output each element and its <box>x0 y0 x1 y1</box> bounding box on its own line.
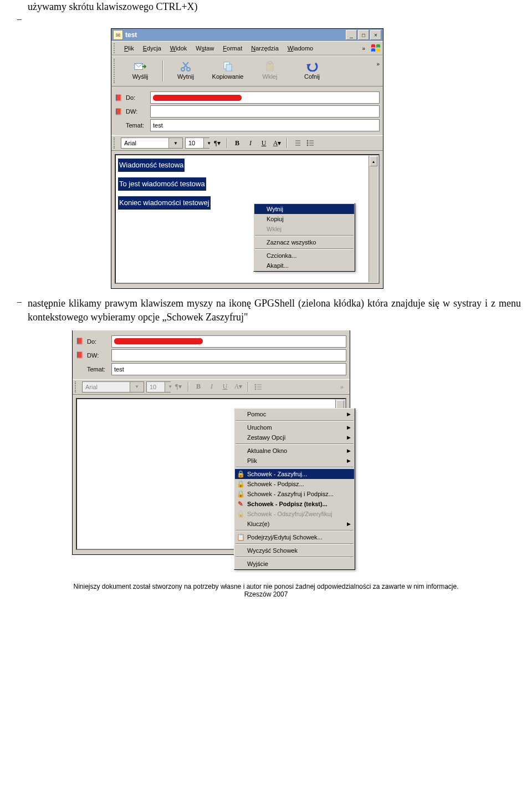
font-color-button[interactable]: A▾ <box>272 137 283 149</box>
gpgshell-menu: Pomoc▶ Uruchom▶ Zestawy Opcji▶ Aktualne … <box>234 408 355 570</box>
toolbar-overflow-icon[interactable]: » <box>374 58 382 84</box>
minimize-button[interactable]: _ <box>346 30 357 40</box>
paste-button[interactable]: Wklej <box>249 58 291 83</box>
message-body-area[interactable]: Wiadomość testowa To jest wiadomość test… <box>115 154 380 284</box>
close-button[interactable]: × <box>370 30 381 40</box>
compose-window-cropped: 📕 Do: 📕 DW: 📕 Temat: test Arial▼ 10▼ ¶▾ … <box>72 330 350 555</box>
chevron-down-icon: ▼ <box>130 382 144 392</box>
step-text: następnie klikamy prawym klawiszem myszy… <box>28 297 521 324</box>
font-combo: Arial▼ <box>82 381 144 392</box>
intro-text: używamy skrótu klawiszowego CTRL+X) <box>28 0 521 14</box>
address-book-icon[interactable]: 📕 <box>115 94 122 101</box>
copy-icon <box>222 61 234 72</box>
svg-point-9 <box>307 145 308 146</box>
underline-button[interactable]: U <box>258 137 269 149</box>
undo-button[interactable]: Cofnij <box>291 58 333 83</box>
to-field[interactable] <box>150 91 380 104</box>
bullet-list-button <box>253 381 264 392</box>
copy-button[interactable]: Kopiowanie <box>207 58 249 83</box>
page-footer: Niniejszy dokument został stworzony na p… <box>11 583 521 598</box>
ctx-klucze[interactable]: Klucz(e)▶ <box>235 519 354 529</box>
ctx-schowek-odszyfruj[interactable]: 🔓 Schowek - Odszyfruj/Zweryfikuj <box>235 509 354 519</box>
ctx-uruchom[interactable]: Uruchom▶ <box>235 422 354 432</box>
subject-field[interactable]: test <box>111 363 346 375</box>
svg-point-11 <box>255 386 256 388</box>
menu-plik[interactable]: PPliklik <box>121 44 137 53</box>
ctx-wytnij[interactable]: Wytnij <box>254 204 354 214</box>
ctx-wyczysc-schowek[interactable]: Wyczyść Schowek <box>235 546 354 555</box>
grip-icon <box>114 59 117 83</box>
cut-button[interactable]: Wytnij <box>165 58 207 83</box>
menu-overflow-icon[interactable]: » <box>361 45 366 52</box>
scroll-up-button[interactable]: ▴ <box>370 156 377 166</box>
maximize-button[interactable]: □ <box>358 30 369 40</box>
toolbar-label: Wyślij <box>132 73 149 80</box>
ctx-pomoc[interactable]: Pomoc▶ <box>235 409 354 419</box>
bold-button[interactable]: B <box>232 137 243 149</box>
redacted-text <box>114 338 203 344</box>
italic-button[interactable]: I <box>245 137 256 149</box>
italic-button: I <box>206 381 217 392</box>
paste-icon <box>264 61 276 72</box>
address-book-icon[interactable]: 📕 <box>115 108 122 115</box>
bullet-list-button[interactable] <box>305 137 316 149</box>
ctx-schowek-zaszyfruj[interactable]: 🔒 Schowek - Zaszyfruj... <box>235 469 354 479</box>
toolbar-label: Kopiowanie <box>212 73 244 80</box>
menu-edycja[interactable]: Edycja <box>140 44 165 53</box>
format-toolbar-disabled: Arial▼ 10▼ ¶▾ B I U A▾ » <box>73 379 350 395</box>
ctx-zestawy-opcji[interactable]: Zestawy Opcji▶ <box>235 432 354 442</box>
underline-button: U <box>219 381 231 392</box>
vertical-scrollbar[interactable]: ▴ <box>369 156 378 282</box>
menu-format[interactable]: Format <box>219 44 245 53</box>
to-field[interactable] <box>111 335 346 348</box>
label-dw: DW: <box>87 352 108 359</box>
ctx-zaznacz-wszystko[interactable]: Zaznacz wszystko <box>254 237 354 247</box>
ctx-plik[interactable]: Plik▶ <box>235 456 354 466</box>
ctx-aktualne-okno[interactable]: Aktualne Okno▶ <box>235 446 354 456</box>
menu-wiadomosc[interactable]: Wiadomo <box>284 44 316 53</box>
chevron-right-icon: ▶ <box>347 448 351 453</box>
format-overflow-icon[interactable]: » <box>336 381 347 392</box>
ctx-akapit[interactable]: Akapit... <box>254 261 354 271</box>
font-combo[interactable]: Arial▼ <box>121 137 183 149</box>
svg-point-12 <box>255 389 256 390</box>
toolbar: Wyślij Wytnij Kopiowanie <box>111 55 383 86</box>
ctx-wklej[interactable]: Wklej <box>254 224 354 234</box>
header-fields: 📕 Do: 📕 DW: 📕 Temat: test <box>111 86 383 135</box>
svg-point-8 <box>307 142 308 144</box>
sign-text-icon: ✎ <box>236 499 245 508</box>
ctx-czcionka[interactable]: Czcionka... <box>254 251 354 261</box>
grip-icon <box>114 43 117 53</box>
ctx-schowek-podpisz-tekst[interactable]: ✎ Schowek - Podpisz (tekst)... <box>235 499 354 509</box>
ctx-kopiuj[interactable]: Kopiuj <box>254 214 354 224</box>
label-dw: DW: <box>126 108 147 115</box>
send-button[interactable]: Wyślij <box>119 58 161 83</box>
size-combo[interactable]: 10▼ <box>185 137 209 149</box>
cc-field[interactable] <box>150 105 380 118</box>
chevron-right-icon: ▶ <box>347 435 351 440</box>
paragraph-style-button[interactable]: ¶▾ <box>212 137 223 149</box>
header-fields: 📕 Do: 📕 DW: 📕 Temat: test <box>73 330 350 379</box>
address-book-icon[interactable]: 📕 <box>76 351 84 359</box>
address-book-icon[interactable]: 📕 <box>76 338 84 345</box>
ctx-podejrzyj-schowek[interactable]: 📋 Podejrzyj/Edytuj Schowek... <box>235 532 354 542</box>
windows-logo-icon <box>370 43 382 54</box>
menu-widok[interactable]: Widok <box>167 44 191 53</box>
label-temat: Temat: <box>126 122 147 129</box>
numbered-list-button[interactable] <box>291 137 303 149</box>
selected-text: Wiadomość testowa <box>118 159 185 172</box>
redacted-text <box>153 95 242 101</box>
compose-window: ✉ test _ □ × PPliklik Edycja Widok Wstaw… <box>111 28 383 289</box>
chevron-right-icon: ▶ <box>347 458 351 463</box>
ctx-wyjscie[interactable]: Wyjście <box>235 559 354 569</box>
selected-text: To jest wiadomość testowa <box>118 177 206 191</box>
subject-field[interactable]: test <box>150 119 380 131</box>
menu-wstaw[interactable]: Wstaw <box>192 44 217 53</box>
menu-narzedzia[interactable]: Narzędzia <box>248 44 282 53</box>
cc-field[interactable] <box>111 349 346 361</box>
window-title: test <box>125 31 345 39</box>
ctx-schowek-podpisz[interactable]: 🔒 Schowek - Podpisz... <box>235 479 354 489</box>
unlock-icon: 🔓 <box>236 509 245 518</box>
padlock-green-icon: 🔒 <box>236 490 245 498</box>
ctx-schowek-zaszyfruj-podpisz[interactable]: 🔒 Schowek - Zaszyfruj i Podpisz... <box>235 489 354 499</box>
